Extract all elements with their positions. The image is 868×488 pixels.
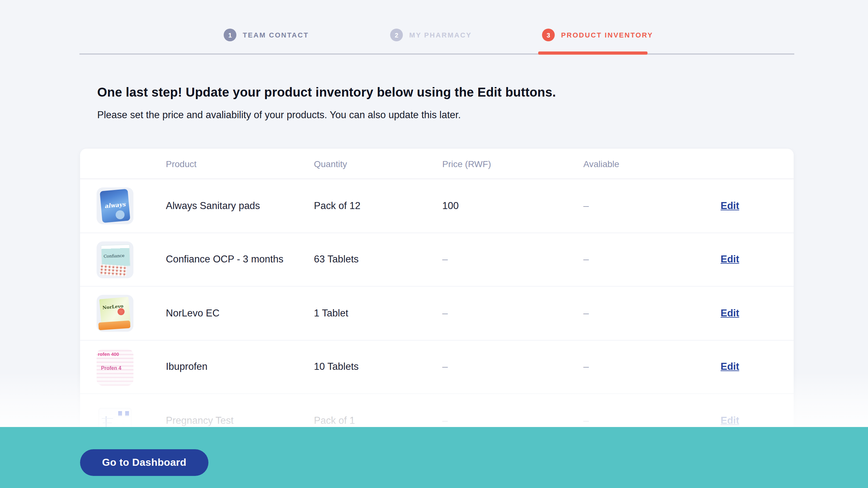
step-3-badge: 3 xyxy=(542,29,555,41)
table-row: Confiance OCP - 3 months 63 Tablets – – … xyxy=(80,233,794,286)
product-image-always xyxy=(97,187,133,224)
product-available: – xyxy=(583,179,589,232)
step-1-label: TEAM CONTACT xyxy=(243,31,309,39)
active-step-underline xyxy=(538,52,648,55)
product-price: – xyxy=(442,340,448,393)
edit-link[interactable]: Edit xyxy=(720,200,739,212)
product-name: Always Sanitary pads xyxy=(166,179,260,232)
product-name: Confiance OCP - 3 months xyxy=(166,233,283,286)
table-row: Always Sanitary pads Pack of 12 100 – Ed… xyxy=(80,179,794,233)
edit-link[interactable]: Edit xyxy=(720,415,739,427)
onboarding-page: 1 TEAM CONTACT 2 MY PHARMACY 3 PRODUCT I… xyxy=(0,0,868,488)
product-available: – xyxy=(583,340,589,393)
product-name: Ibuprofen xyxy=(166,340,208,393)
footer-bar: Go to Dashboard xyxy=(0,427,868,488)
product-available: – xyxy=(583,286,589,340)
step-my-pharmacy[interactable]: 2 MY PHARMACY xyxy=(390,29,472,41)
go-to-dashboard-button[interactable]: Go to Dashboard xyxy=(80,449,209,476)
product-quantity: 10 Tablets xyxy=(314,340,359,393)
product-quantity: Pack of 12 xyxy=(314,179,361,232)
product-price: 100 xyxy=(442,179,459,232)
step-2-badge: 2 xyxy=(390,29,403,41)
column-header-product: Product xyxy=(166,149,197,179)
step-team-contact[interactable]: 1 TEAM CONTACT xyxy=(224,29,309,41)
product-price: – xyxy=(442,233,448,286)
product-quantity: 63 Tablets xyxy=(314,233,359,286)
stepper-divider-line xyxy=(80,53,794,55)
product-quantity: 1 Tablet xyxy=(314,286,348,340)
step-3-label: PRODUCT INVENTORY xyxy=(561,31,653,39)
product-image-confiance xyxy=(97,241,133,278)
page-title: One last step! Update your product inven… xyxy=(97,85,556,100)
edit-link[interactable]: Edit xyxy=(720,254,739,265)
table-row: NorLevo EC 1 Tablet – – Edit xyxy=(80,286,794,340)
page-subtitle: Please set the price and avaliability of… xyxy=(97,109,461,121)
table-body: Always Sanitary pads Pack of 12 100 – Ed… xyxy=(80,179,794,448)
product-image-norlevo xyxy=(97,295,133,332)
product-photo xyxy=(97,348,133,386)
product-price: – xyxy=(442,286,448,340)
product-photo xyxy=(99,264,127,276)
edit-link[interactable]: Edit xyxy=(720,308,739,319)
column-header-available: Avaliable xyxy=(583,149,619,179)
product-available: – xyxy=(583,233,589,286)
step-product-inventory[interactable]: 3 PRODUCT INVENTORY xyxy=(542,29,653,41)
product-photo xyxy=(98,321,130,330)
product-image-ibuprofen xyxy=(97,348,133,386)
column-header-quantity: Quantity xyxy=(314,149,347,179)
step-2-label: MY PHARMACY xyxy=(409,31,472,39)
step-1-badge: 1 xyxy=(224,29,237,41)
product-photo xyxy=(116,210,125,219)
edit-link[interactable]: Edit xyxy=(720,361,739,373)
product-name: NorLevo EC xyxy=(166,286,220,340)
table-row: Ibuprofen 10 Tablets – – Edit xyxy=(80,340,794,394)
column-header-price: Price (RWF) xyxy=(442,149,491,179)
table-header-row: Product Quantity Price (RWF) Avaliable xyxy=(80,149,794,179)
